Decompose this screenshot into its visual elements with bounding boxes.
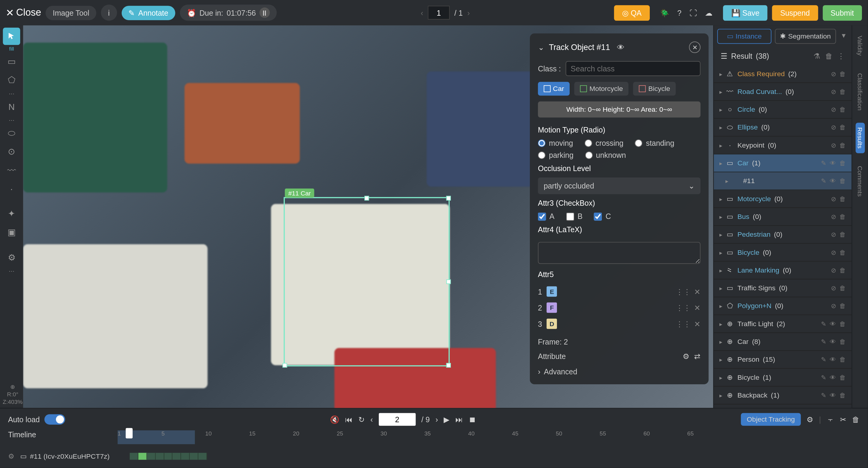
bug-icon[interactable]: 🪲 [660, 8, 670, 17]
page-input[interactable] [428, 6, 450, 20]
track-bar[interactable] [130, 451, 860, 461]
annotate-pill[interactable]: ✎ Annotate [121, 5, 175, 20]
layers-tool[interactable]: ▣ [3, 224, 20, 241]
trash-icon[interactable]: 🗑 [839, 338, 846, 345]
result-item[interactable]: ▸⺀Lane Marking(0)⊘🗑 [714, 262, 851, 279]
eye-icon[interactable]: 👁 [617, 43, 624, 52]
caret-icon[interactable]: ▸ [719, 124, 722, 130]
edit-icon[interactable]: ✎ [821, 356, 826, 363]
eye-icon[interactable]: 👁 [830, 177, 836, 185]
pointer-tool[interactable] [3, 28, 20, 45]
pause-icon[interactable]: ⏸ [259, 7, 270, 18]
bbox-car-11[interactable]: #11 Car [284, 197, 450, 366]
edit-icon[interactable]: ✎ [821, 159, 826, 167]
object-tracking-pill[interactable]: Object Tracking [741, 413, 801, 426]
curve-tool[interactable]: 〰 [3, 161, 20, 178]
image-tool-pill[interactable]: Image Tool [46, 5, 96, 20]
eye-slash-icon[interactable]: ⊘ [831, 141, 836, 149]
bbox-handle-sw[interactable] [282, 363, 287, 367]
bbox-handle-se[interactable] [446, 363, 451, 367]
chevron-down-icon[interactable]: ⌄ [538, 43, 544, 52]
check-c[interactable]: C [594, 212, 611, 221]
eye-icon[interactable]: 👁 [830, 320, 836, 328]
sliders-icon-2[interactable]: ⇄ [694, 352, 701, 361]
trash-icon[interactable]: 🗑 [839, 88, 846, 96]
timer-pill[interactable]: ⏰ Due in: 01:07:56 ⏸ [180, 4, 277, 21]
result-item[interactable]: ▸○Circle(0)⊘🗑 [714, 101, 851, 119]
trash-icon[interactable]: 🗑 [839, 213, 846, 221]
filter-icon[interactable]: ▾ [839, 29, 848, 44]
eye-icon[interactable]: 👁 [830, 338, 836, 345]
trash-icon[interactable]: 🗑 [839, 106, 846, 113]
magic-tool[interactable]: ✦ [3, 205, 20, 222]
rect-tool[interactable]: ▭ [3, 53, 20, 70]
fast-forward-icon[interactable]: ⏭ [456, 415, 463, 424]
timeline[interactable]: 15101520253035404550556065 [118, 430, 860, 446]
result-item[interactable]: ▸▭Bicycle(0)⊘🗑 [714, 244, 851, 261]
info-button[interactable]: i [101, 4, 117, 21]
class-tab-bicycle[interactable]: Bicycle [633, 82, 676, 96]
vtab-classification[interactable]: Classification [855, 68, 865, 115]
trash-icon[interactable]: 🗑 [839, 302, 846, 310]
eye-slash-icon[interactable]: ⊘ [831, 284, 836, 292]
polygon-tool[interactable]: ⬠ [3, 71, 20, 89]
prev-page-icon[interactable]: ‹ [421, 8, 423, 17]
caret-icon[interactable]: ▸ [725, 178, 728, 184]
caret-icon[interactable]: ▸ [719, 142, 722, 148]
vtab-comments[interactable]: Comments [855, 161, 865, 201]
split-icon[interactable]: ⫟ [827, 415, 834, 424]
eye-icon[interactable]: 👁 [830, 374, 836, 381]
check-b[interactable]: B [566, 212, 583, 221]
vtab-validity[interactable]: Validity [855, 31, 865, 60]
trash-icon[interactable]: 🗑 [852, 415, 860, 424]
frame-input[interactable] [379, 413, 415, 426]
bbox-handle-n[interactable] [364, 196, 369, 200]
next-page-icon[interactable]: › [467, 8, 470, 17]
edit-icon[interactable]: ✎ [821, 374, 826, 381]
radio-crossing[interactable]: crossing [585, 139, 624, 147]
result-item[interactable]: ▸·Keypoint(0)⊘🗑 [714, 136, 851, 154]
panel-close-icon[interactable]: ✕ [689, 41, 701, 53]
cloud-icon[interactable]: ☁ [705, 8, 712, 17]
caret-icon[interactable]: ▸ [719, 70, 722, 77]
result-item[interactable]: ▸▭Pedestrian(0)⊘🗑 [714, 226, 851, 244]
canvas[interactable]: #11 Car ⌄ Track Object #11 👁 ✕ Class : C… [23, 25, 713, 408]
caret-icon[interactable]: ▸ [719, 374, 722, 380]
trash-icon[interactable]: 🗑 [839, 267, 846, 274]
more-2[interactable]: ⋯ [3, 116, 20, 123]
play-icon[interactable]: ▶ [444, 415, 450, 424]
qa-button[interactable]: ◎QA [614, 5, 650, 21]
rewind-icon[interactable]: ⏮ [345, 415, 352, 424]
save-button[interactable]: 💾 Save [723, 5, 768, 21]
trash-icon[interactable]: 🗑 [839, 141, 846, 149]
eye-slash-icon[interactable]: ⊘ [831, 213, 836, 221]
caret-icon[interactable]: ▸ [719, 285, 722, 291]
more-icon[interactable]: ⋮ [837, 52, 845, 61]
radio-standing[interactable]: standing [635, 139, 674, 147]
suspend-button[interactable]: Suspend [772, 5, 818, 21]
eye-slash-icon[interactable]: ⊘ [831, 195, 836, 203]
caret-icon[interactable]: ▸ [719, 213, 722, 220]
trash-icon[interactable]: 🗑 [839, 70, 846, 77]
caret-icon[interactable]: ▸ [719, 303, 722, 309]
trash-icon[interactable]: 🗑 [839, 177, 846, 185]
trash-icon[interactable]: 🗑 [839, 374, 846, 381]
result-item[interactable]: ▸⬠Polygon+N(0)⊘🗑 [714, 297, 851, 315]
result-item[interactable]: ▸⊕Traffic Light(2)✎👁🗑 [714, 315, 851, 333]
result-item[interactable]: ▸▭Bus(0)⊘🗑 [714, 208, 851, 226]
caret-icon[interactable]: ▸ [719, 89, 722, 95]
autoload-toggle[interactable] [44, 414, 65, 424]
track-name[interactable]: ▭ #11 (Icv-z0XuEuHPCT7z) [20, 452, 124, 461]
help-icon[interactable]: ? [677, 8, 681, 17]
close-button[interactable]: ✕ Close [6, 7, 41, 19]
caret-icon[interactable]: ▸ [719, 321, 722, 327]
edit-icon[interactable]: ✎ [821, 320, 826, 328]
edit-icon[interactable]: ✎ [821, 392, 826, 399]
eye-slash-icon[interactable]: ⊘ [831, 267, 836, 274]
drag-icon[interactable]: ⋮⋮ [676, 303, 691, 312]
mute-icon[interactable]: 🔇 [330, 415, 339, 424]
class-search-input[interactable] [565, 61, 701, 76]
result-item[interactable]: ▸〰Road Curvat...(0)⊘🗑 [714, 83, 851, 101]
caret-icon[interactable]: ▸ [719, 392, 722, 398]
result-item[interactable]: ▸⊕Bicycle(1)✎👁🗑 [714, 369, 851, 387]
